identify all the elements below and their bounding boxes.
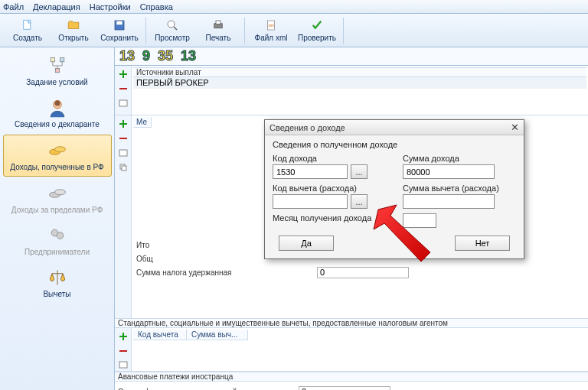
plus-icon xyxy=(119,70,128,79)
deductions-panel: Код вычета Сумма выч... xyxy=(115,328,588,371)
scales-icon xyxy=(47,267,68,288)
coins-icon xyxy=(47,140,68,161)
income-code-browse-button[interactable]: ... xyxy=(351,164,368,179)
svg-point-19 xyxy=(57,232,64,239)
minus-icon xyxy=(119,346,128,356)
copy-icon xyxy=(119,163,128,172)
menubar: Файл Декларация Настройки Справка xyxy=(0,0,588,14)
income-sum-input[interactable] xyxy=(403,164,495,179)
income-code-input[interactable] xyxy=(273,164,348,179)
xml-button[interactable]: xml Файл xml xyxy=(248,15,294,46)
svg-rect-9 xyxy=(51,58,54,62)
sidebar-item-entrepreneur[interactable]: Предприниматели xyxy=(3,220,112,261)
svg-rect-23 xyxy=(122,166,126,171)
remove-income-button[interactable] xyxy=(117,132,129,145)
dialog-yes-button[interactable]: Да xyxy=(279,236,334,251)
save-button[interactable]: Сохранить xyxy=(96,15,142,46)
ded-mini-toolbar xyxy=(115,328,132,371)
rate-tabs: 13 9 35 13 xyxy=(115,47,588,66)
menu-decl[interactable]: Декларация xyxy=(33,2,80,11)
open-button[interactable]: Открыть xyxy=(51,15,96,46)
menu-help[interactable]: Справка xyxy=(140,2,173,11)
svg-point-13 xyxy=(54,100,60,106)
ded-sum-label: Сумма вычета (расхода) xyxy=(403,184,518,193)
toolbar: Создать Открыть Сохранить Просмотр Печат… xyxy=(0,14,588,47)
sources-header: Источники выплат xyxy=(133,67,586,77)
ded-code-input[interactable] xyxy=(273,194,348,209)
person-icon xyxy=(47,97,68,119)
ded-col-sum: Сумма выч... xyxy=(187,330,248,340)
sum-label: Сумма дохода xyxy=(403,154,518,163)
svg-rect-24 xyxy=(119,362,127,368)
remove-ded-button[interactable] xyxy=(117,345,129,357)
ded-col-code: Код вычета xyxy=(133,330,187,340)
menu-settings[interactable]: Настройки xyxy=(90,2,131,11)
add-source-button[interactable] xyxy=(117,68,129,80)
menu-file[interactable]: Файл xyxy=(3,2,24,11)
add-income-button[interactable] xyxy=(117,118,129,130)
separator xyxy=(343,18,344,44)
print-button[interactable]: Печать xyxy=(195,15,241,46)
sidebar-item-conditions[interactable]: Задание условий xyxy=(3,50,112,91)
advance-input[interactable] xyxy=(299,386,390,391)
create-button[interactable]: Создать xyxy=(5,15,51,46)
dialog-close-button[interactable]: ✕ xyxy=(511,122,519,133)
svg-point-3 xyxy=(168,21,175,28)
itogo-withheld-input[interactable] xyxy=(317,267,409,278)
preview-button[interactable]: Просмотр xyxy=(149,15,195,46)
plus-icon xyxy=(119,119,128,128)
code-label: Код дохода xyxy=(273,154,403,163)
edit-icon xyxy=(119,148,128,158)
sidebar-item-income-rf[interactable]: Доходы, полученные в РФ xyxy=(3,135,112,177)
edit-income-button[interactable] xyxy=(117,147,129,159)
sidebar-item-declarant[interactable]: Сведения о декларанте xyxy=(3,93,112,133)
month-col-header: Ме xyxy=(133,117,152,128)
save-icon xyxy=(113,18,126,32)
check-button[interactable]: Проверить xyxy=(294,15,340,46)
ded-code-label: Код вычета (расхода) xyxy=(273,184,403,193)
ded-code-browse-button[interactable]: ... xyxy=(351,194,368,209)
svg-rect-11 xyxy=(55,69,59,73)
magnifier-icon xyxy=(165,18,179,32)
sidebar-item-income-abroad[interactable]: Доходы за пределами РФ xyxy=(3,178,112,219)
edit-ded-button[interactable] xyxy=(117,359,129,371)
svg-line-4 xyxy=(174,27,177,30)
xml-icon: xml xyxy=(264,18,278,32)
folder-open-icon xyxy=(67,18,80,32)
svg-rect-6 xyxy=(216,21,220,24)
sources-panel: Источники выплат ПЕРВЫЙ БРОКЕР xyxy=(115,66,588,115)
svg-point-17 xyxy=(54,190,65,195)
coins-grey-icon xyxy=(47,183,68,204)
new-file-icon xyxy=(21,18,34,32)
svg-rect-21 xyxy=(119,150,127,156)
copy-income-button[interactable] xyxy=(117,161,129,174)
add-ded-button[interactable] xyxy=(117,330,129,343)
printer-icon xyxy=(211,18,225,32)
source-row[interactable]: ПЕРВЫЙ БРОКЕР xyxy=(133,77,586,89)
rate-tab-13b[interactable]: 13 xyxy=(181,48,196,64)
deductions-header: Стандартные, социальные и имущественные … xyxy=(115,318,588,328)
edit-source-button[interactable] xyxy=(117,97,129,109)
content: 13 9 35 13 Источники выплат ПЕРВЫЙ БРОКЕ… xyxy=(115,47,588,390)
entrepreneur-icon xyxy=(47,225,68,246)
itogo-withheld-label: Сумма налога удержанная xyxy=(136,268,312,277)
separator xyxy=(244,18,245,44)
dialog-no-button[interactable]: Нет xyxy=(455,236,510,251)
rate-tab-9[interactable]: 9 xyxy=(142,48,150,64)
edit-icon xyxy=(119,360,128,369)
dialog-title: Сведения о доходе xyxy=(270,123,345,132)
rate-tab-13a[interactable]: 13 xyxy=(119,48,135,64)
rate-tab-35[interactable]: 35 xyxy=(158,48,173,64)
tree-icon xyxy=(47,55,68,76)
income-dialog: Сведения о доходе ✕ Сведения о полученно… xyxy=(264,119,524,259)
month-input[interactable] xyxy=(403,213,436,228)
remove-source-button[interactable] xyxy=(117,83,129,95)
dialog-subtitle: Сведения о полученном доходе xyxy=(273,140,516,149)
sidebar-item-deductions[interactable]: Вычеты xyxy=(3,262,112,303)
advance-header: Авансовые платежи иностранца xyxy=(115,372,588,382)
svg-text:xml: xml xyxy=(269,24,274,28)
advance-label: Сумма фиксированных платежей xyxy=(118,388,294,391)
ded-sum-input[interactable] xyxy=(403,194,495,209)
months-mini-toolbar xyxy=(115,115,132,318)
sources-mini-toolbar xyxy=(115,66,132,115)
